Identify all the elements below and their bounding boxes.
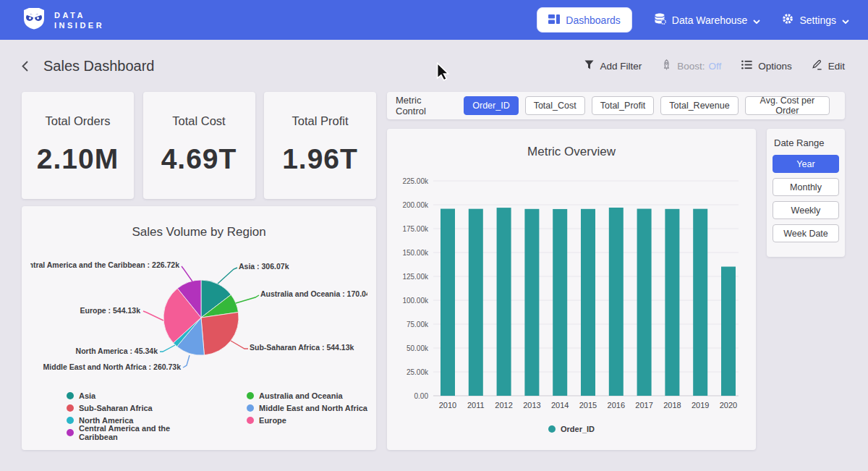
legend-dot	[67, 417, 74, 424]
date-range-label: Date Range	[774, 137, 839, 148]
data-warehouse-label: Data Warehouse	[672, 14, 748, 26]
kpi-value: 2.10M	[37, 143, 119, 175]
legend-label: Middle East and North Africa	[259, 404, 367, 412]
bar-2017[interactable]	[637, 209, 652, 396]
legend-item-middle-east-and-north-africa[interactable]: Middle East and North Africa	[247, 402, 367, 414]
svg-text:2012: 2012	[495, 401, 512, 410]
boost-label: Boost:	[677, 61, 705, 72]
data-warehouse-menu[interactable]: Data Warehouse	[654, 13, 761, 27]
pie-chart-title: Sales Volume by Region	[30, 225, 367, 239]
page-title: Sales Dashboard	[43, 58, 154, 75]
chevron-down-icon	[842, 14, 849, 26]
legend-label: Europe	[259, 416, 286, 425]
pencil-icon	[812, 59, 822, 72]
settings-menu[interactable]: Settings	[782, 13, 849, 27]
pie-legend: AsiaSub-Saharan AfricaNorth AmericaCentr…	[67, 390, 367, 438]
brand-text: DATA INSIDER	[54, 10, 104, 30]
legend-label: Asia	[79, 391, 95, 400]
legend-dot	[67, 404, 74, 412]
bar-2020[interactable]	[721, 267, 736, 396]
legend-label: Sub-Saharan Africa	[79, 404, 153, 412]
metric-chip-total-cost[interactable]: Total_Cost	[525, 96, 585, 115]
page-header: Sales Dashboard Add Filter Boost: Off	[0, 40, 868, 92]
metric-control-label: Metric Control	[396, 95, 452, 116]
bar-2011[interactable]	[469, 209, 483, 396]
bar-2016[interactable]	[609, 208, 624, 396]
legend-dot	[247, 404, 254, 412]
pie-slice-sub-saharan-africa[interactable]	[201, 313, 239, 355]
kpi-card-2: Total Profit1.96T	[264, 92, 376, 199]
bar-2012[interactable]	[497, 208, 511, 396]
kpi-label: Total Cost	[172, 114, 225, 128]
options-button[interactable]: Options	[741, 60, 792, 72]
bar-2010[interactable]	[441, 209, 455, 396]
date-range-monthly[interactable]: Monthly	[773, 178, 839, 196]
kpi-label: Total Profit	[292, 114, 349, 128]
database-icon	[654, 13, 666, 27]
svg-text:175.00k: 175.00k	[402, 225, 429, 233]
list-icon	[741, 60, 752, 72]
metric-chip-total-revenue[interactable]: Total_Revenue	[660, 96, 738, 115]
svg-text:125.00k: 125.00k	[402, 273, 429, 281]
legend-item-asia[interactable]: Asia	[67, 390, 209, 402]
kpi-label: Total Orders	[46, 114, 111, 128]
bar-2013[interactable]	[524, 209, 539, 396]
bar-2014[interactable]	[553, 209, 567, 396]
brand-logo[interactable]: DATA INSIDER	[22, 7, 104, 33]
metric-chip-total-profit[interactable]: Total_Profit	[592, 96, 655, 115]
pie-label: North America : 45.34k	[76, 347, 158, 355]
metric-chip-order-id[interactable]: Order_ID	[464, 96, 518, 115]
settings-label: Settings	[799, 14, 836, 26]
date-range-week-date[interactable]: Week Date	[773, 224, 839, 242]
kpi-value: 4.69T	[161, 143, 237, 175]
svg-text:0.00: 0.00	[414, 392, 429, 400]
dashboards-button[interactable]: Dashboards	[537, 7, 632, 33]
bar-chart-title: Metric Overview	[396, 145, 747, 159]
top-nav: DATA INSIDER Dashboards Da	[0, 0, 868, 40]
bar-2018[interactable]	[665, 209, 679, 396]
bar-2015[interactable]	[581, 209, 595, 396]
svg-text:2011: 2011	[467, 401, 485, 410]
kpi-value: 1.96T	[282, 143, 358, 175]
pie-label: Middle East and North Africa : 260.73k	[43, 362, 182, 371]
legend-item-order_id[interactable]: Order_ID	[548, 425, 595, 433]
pie-chart[interactable]: Asia : 306.07kAustralia and Oceania : 17…	[30, 247, 367, 386]
date-range-year[interactable]: Year	[773, 155, 839, 173]
svg-text:2019: 2019	[692, 401, 709, 410]
svg-text:2013: 2013	[523, 401, 540, 410]
svg-text:75.00k: 75.00k	[407, 321, 429, 328]
bar-chart-legend: Order_ID	[396, 425, 747, 433]
bar-chart[interactable]: 0.0025.00k50.00k75.00k100.00k125.00k150.…	[396, 168, 747, 417]
chevron-down-icon	[753, 14, 760, 26]
pie-label: Europe : 544.13k	[80, 306, 141, 315]
legend-dot	[67, 392, 74, 399]
legend-label: Order_ID	[561, 425, 595, 433]
pie-label: Sub-Saharan Africa : 544.13k	[250, 343, 354, 352]
legend-dot	[67, 429, 74, 436]
bar-2019[interactable]	[693, 209, 707, 396]
svg-text:2014: 2014	[551, 401, 569, 410]
metric-chip-avg-cost-per-order[interactable]: Avg. Cost per Order	[745, 96, 830, 115]
svg-text:200.00k: 200.00k	[402, 201, 429, 209]
date-range-weekly[interactable]: Weekly	[773, 201, 839, 219]
svg-text:2010: 2010	[439, 401, 456, 410]
bar-chart-card: Metric Overview 0.0025.00k50.00k75.00k10…	[387, 129, 756, 450]
legend-item-europe[interactable]: Europe	[247, 415, 367, 426]
owl-logo-icon	[22, 7, 46, 33]
svg-text:2018: 2018	[663, 401, 681, 410]
gear-icon	[782, 13, 793, 27]
add-filter-button[interactable]: Add Filter	[584, 60, 642, 72]
legend-item-sub-saharan-africa[interactable]: Sub-Saharan Africa	[67, 402, 209, 414]
edit-button[interactable]: Edit	[812, 59, 845, 72]
svg-text:150.00k: 150.00k	[402, 249, 429, 257]
svg-text:2020: 2020	[720, 401, 737, 410]
svg-text:25.00k: 25.00k	[407, 368, 429, 376]
svg-text:50.00k: 50.00k	[407, 344, 429, 352]
back-button[interactable]	[20, 60, 30, 72]
pie-label: Australia and Oceania : 170.04k	[260, 289, 367, 298]
legend-item-australia-and-oceania[interactable]: Australia and Oceania	[247, 390, 367, 402]
kpi-row: Total Orders2.10MTotal Cost4.69TTotal Pr…	[22, 92, 376, 199]
legend-item-central-america-and-the-caribbean[interactable]: Central America and the Caribbean	[67, 427, 209, 438]
boost-value: Off	[708, 61, 721, 72]
boost-toggle[interactable]: Boost: Off	[662, 59, 721, 72]
